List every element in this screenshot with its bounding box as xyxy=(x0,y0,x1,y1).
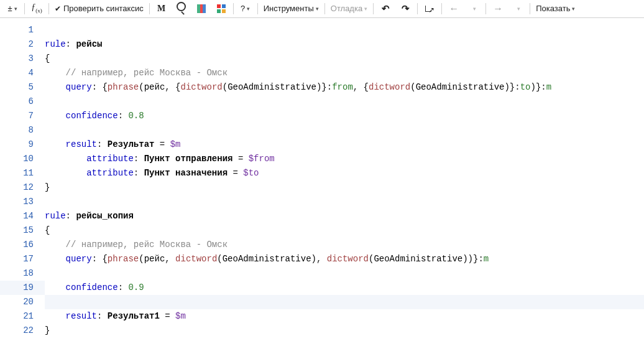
line-number: 16 xyxy=(0,238,45,252)
line-number: 3 xyxy=(0,52,45,66)
undo-button[interactable]: ↶ xyxy=(375,1,395,16)
code-editor[interactable]: 12345678910111213141516171819202122 rule… xyxy=(0,18,644,341)
number: 0.9 xyxy=(128,283,144,292)
fx-button[interactable]: ƒ(x) xyxy=(27,1,47,16)
debug-menu[interactable]: Отладка▾ xyxy=(327,1,371,16)
line-number: 21 xyxy=(0,309,45,324)
show-menu[interactable]: Показать▾ xyxy=(532,1,579,16)
line-number: 13 xyxy=(0,195,45,209)
func: phrase xyxy=(108,254,139,264)
separator xyxy=(324,3,325,14)
line-number: 6 xyxy=(0,95,45,109)
brace: } xyxy=(45,182,50,192)
find-button[interactable] xyxy=(172,1,191,16)
linespacing-button[interactable]: ±▾ xyxy=(2,1,22,16)
variable: $m xyxy=(175,311,186,321)
brace: } xyxy=(45,325,50,335)
keyword: query xyxy=(66,82,92,92)
keyword: result xyxy=(66,311,97,321)
line-number: 14 xyxy=(0,209,45,223)
keyword: confidence xyxy=(66,283,118,292)
variable: $from xyxy=(249,154,275,164)
line-number: 12 xyxy=(0,180,45,195)
redo-icon: ↷ xyxy=(402,1,410,16)
redo-button[interactable]: ↷ xyxy=(395,1,415,16)
keyword: attribute xyxy=(86,154,134,164)
line-number: 7 xyxy=(0,109,45,123)
number: 0.8 xyxy=(128,111,144,121)
show-label: Показать xyxy=(536,1,570,16)
tools-label: Инструменты xyxy=(264,1,314,16)
debug-label: Отладка xyxy=(331,1,362,16)
separator xyxy=(257,3,258,14)
line-number: 20 xyxy=(0,295,45,309)
line-number: 10 xyxy=(0,152,45,166)
comment: // например, рейс Москва - Омск xyxy=(66,240,228,250)
line-number: 1 xyxy=(0,23,45,37)
keyword: confidence xyxy=(66,111,118,121)
line-number: 4 xyxy=(0,66,45,80)
keyword: result xyxy=(66,139,97,149)
fx-icon: ƒ(x) xyxy=(31,0,42,17)
arrow-left-icon: ← xyxy=(449,1,459,16)
line-number: 2 xyxy=(0,37,45,52)
brace: { xyxy=(45,225,50,235)
line-number: 19 xyxy=(0,281,45,295)
nav-back-dropdown[interactable]: ▾ xyxy=(464,1,484,16)
attr-name: Пункт отправления xyxy=(144,154,233,164)
comment: // например, рейс Москва - Омск xyxy=(66,68,228,78)
separator xyxy=(233,3,234,14)
line-number: 8 xyxy=(0,123,45,138)
search-icon xyxy=(177,1,186,16)
grid-icon xyxy=(217,4,226,13)
external-icon xyxy=(425,4,434,13)
palette1-button[interactable] xyxy=(191,1,211,16)
variable: $m xyxy=(170,139,181,149)
brace: { xyxy=(45,54,50,63)
palette2-button[interactable] xyxy=(211,1,231,16)
line-number: 22 xyxy=(0,324,45,338)
result-name: Результат1 xyxy=(108,311,160,321)
undo-icon: ↶ xyxy=(382,1,390,16)
separator xyxy=(417,3,418,14)
keyword: rule xyxy=(45,211,66,221)
tools-menu[interactable]: Инструменты▾ xyxy=(260,1,323,16)
code-area[interactable]: rule: рейсы { // например, рейс Москва -… xyxy=(45,18,644,341)
separator xyxy=(373,3,374,14)
keyword: rule xyxy=(45,39,66,49)
keyword: attribute xyxy=(86,168,134,178)
separator xyxy=(24,3,25,14)
line-number: 11 xyxy=(0,166,45,180)
func: phrase xyxy=(108,82,139,92)
result-name: Результат xyxy=(108,139,155,149)
nav-forward-dropdown[interactable]: ▾ xyxy=(508,1,528,16)
nav-back-button[interactable]: ← xyxy=(444,1,464,16)
separator xyxy=(48,3,49,14)
line-number: 15 xyxy=(0,223,45,238)
line-number: 17 xyxy=(0,252,45,266)
separator xyxy=(530,3,530,14)
attr-name: Пункт назначения xyxy=(144,168,228,178)
check-syntax-label: Проверить синтаксис xyxy=(63,1,144,16)
line-number: 5 xyxy=(0,80,45,95)
rule-name: рейсы_копия xyxy=(76,211,133,221)
open-external-button[interactable] xyxy=(420,1,439,16)
line-number: 9 xyxy=(0,138,45,152)
check-syntax-button[interactable]: Проверить синтаксис xyxy=(51,1,147,16)
separator xyxy=(149,3,150,14)
nav-forward-button[interactable]: → xyxy=(488,1,508,16)
keyword: query xyxy=(66,254,92,264)
rule-name: рейсы xyxy=(76,39,102,49)
variable: $to xyxy=(243,168,259,178)
morphology-button[interactable]: M xyxy=(152,1,172,16)
separator xyxy=(485,3,486,14)
help-icon: ? xyxy=(241,1,245,16)
line-number: 18 xyxy=(0,266,45,281)
arrow-right-icon: → xyxy=(493,1,503,16)
help-button[interactable]: ?▾ xyxy=(236,1,255,16)
line-gutter: 12345678910111213141516171819202122 xyxy=(0,18,45,341)
separator xyxy=(441,3,442,14)
plus-minus-icon: ± xyxy=(7,1,12,16)
columns-icon xyxy=(197,4,206,13)
m-icon: M xyxy=(157,1,165,16)
